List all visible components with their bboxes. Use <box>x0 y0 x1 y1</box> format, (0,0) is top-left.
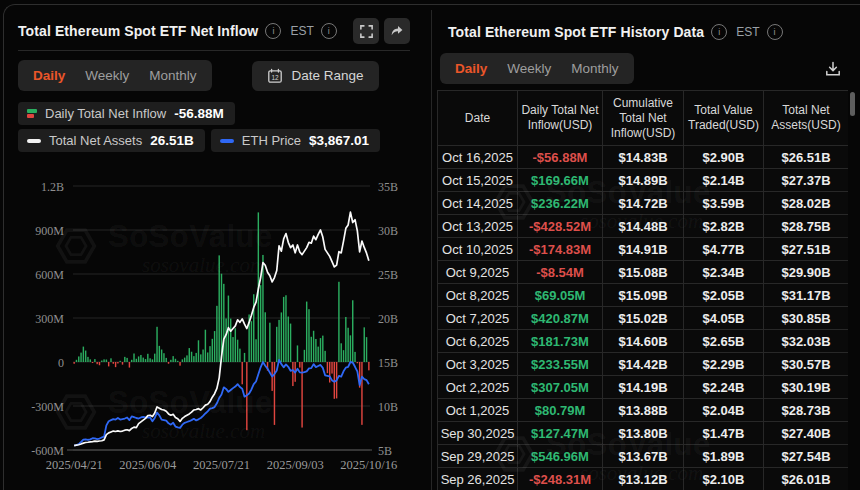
cell-net-assets: $28.02B <box>764 192 849 215</box>
table-row: Oct 13,2025-$428.52M$14.48B$2.82B$28.75B <box>438 215 849 238</box>
table-row: Oct 2,2025$307.05M$14.19B$2.24B$30.19B <box>438 376 849 399</box>
download-button[interactable] <box>824 60 842 78</box>
table-row: Oct 8,2025$69.05M$15.09B$2.05B$31.17B <box>438 284 849 307</box>
history-panel-header: Total Ethereum Spot ETF History Data i E… <box>437 12 856 46</box>
timezone-label: EST <box>736 25 759 39</box>
cell-date: Oct 2,2025 <box>438 376 518 399</box>
info-icon[interactable]: i <box>265 23 281 39</box>
inflow-value: -56.88M <box>174 106 224 121</box>
date-range-button[interactable]: 12 Date Range <box>252 61 379 91</box>
share-icon <box>389 23 405 39</box>
net-inflow-chart[interactable]: 1.2B35B900M30B600M25B300M20B015B-300M10B… <box>12 170 426 490</box>
cell-cumulative-inflow: $14.48B <box>603 215 684 238</box>
right-axis-tick: 20B <box>378 312 398 326</box>
tab-weekly[interactable]: Weekly <box>76 65 138 86</box>
right-axis-tick: 10B <box>378 400 398 414</box>
history-table-container[interactable]: Date Daily Total Net Inflow(USD) Cumulat… <box>437 90 848 490</box>
left-axis-tick: 0 <box>58 356 64 370</box>
left-axis-tick: -300M <box>31 400 64 414</box>
table-row: Oct 1,2025$80.79M$13.88B$2.04B$28.73B <box>438 399 849 422</box>
share-button[interactable] <box>384 18 410 44</box>
cell-cumulative-inflow: $14.83B <box>603 146 684 169</box>
table-scrollbar-thumb[interactable] <box>850 92 855 116</box>
left-axis-tick: 900M <box>35 224 64 238</box>
cell-cumulative-inflow: $13.12B <box>603 468 684 490</box>
cell-value-traded: $1.89B <box>684 445 764 468</box>
cell-daily-inflow: -$56.88M <box>518 146 603 169</box>
cell-net-assets: $29.90B <box>764 261 849 284</box>
col-date: Date <box>438 91 518 146</box>
panel-divider <box>431 10 432 490</box>
cell-cumulative-inflow: $15.02B <box>603 307 684 330</box>
cell-cumulative-inflow: $15.09B <box>603 284 684 307</box>
x-axis-tick: 2025/04/21 <box>46 458 103 472</box>
fullscreen-button[interactable] <box>353 18 379 44</box>
cell-value-traded: $4.05B <box>684 307 764 330</box>
table-header-row: Date Daily Total Net Inflow(USD) Cumulat… <box>438 91 849 146</box>
cell-value-traded: $2.14B <box>684 169 764 192</box>
cell-value-traded: $2.04B <box>684 399 764 422</box>
right-axis-tick: 35B <box>378 180 398 194</box>
cell-value-traded: $1.47B <box>684 422 764 445</box>
right-axis-tick: 5B <box>378 444 392 458</box>
page-title: Total Ethereum Spot ETF Net Inflow <box>18 23 258 39</box>
cell-daily-inflow: $69.05M <box>518 284 603 307</box>
cell-net-assets: $27.40B <box>764 422 849 445</box>
svg-text:12: 12 <box>271 74 279 81</box>
cell-daily-inflow: $546.96M <box>518 445 603 468</box>
col-daily-inflow: Daily Total Net Inflow(USD) <box>518 91 603 146</box>
cell-cumulative-inflow: $13.88B <box>603 399 684 422</box>
timezone-info-icon[interactable]: i <box>321 23 337 39</box>
cell-cumulative-inflow: $15.08B <box>603 261 684 284</box>
tab-daily[interactable]: Daily <box>24 65 74 86</box>
cell-daily-inflow: -$174.83M <box>518 238 603 261</box>
cell-value-traded: $2.90B <box>684 146 764 169</box>
cell-date: Oct 9,2025 <box>438 261 518 284</box>
cell-net-assets: $26.01B <box>764 468 849 490</box>
cell-cumulative-inflow: $14.42B <box>603 353 684 376</box>
cell-date: Oct 14,2025 <box>438 192 518 215</box>
cell-net-assets: $27.51B <box>764 238 849 261</box>
cell-date: Sep 29,2025 <box>438 445 518 468</box>
left-axis-tick: -600M <box>31 444 64 458</box>
calendar-icon: 12 <box>267 68 283 84</box>
cell-net-assets: $28.75B <box>764 215 849 238</box>
cell-daily-inflow: $80.79M <box>518 399 603 422</box>
tab-monthly[interactable]: Monthly <box>562 58 627 79</box>
tab-daily[interactable]: Daily <box>446 58 496 79</box>
cell-value-traded: $2.05B <box>684 284 764 307</box>
cell-cumulative-inflow: $13.80B <box>603 422 684 445</box>
info-icon[interactable]: i <box>711 24 727 40</box>
download-icon <box>824 60 842 78</box>
tab-monthly[interactable]: Monthly <box>140 65 205 86</box>
right-axis-tick: 25B <box>378 268 398 282</box>
col-cumulative-inflow: Cumulative Total Net Inflow(USD) <box>603 91 684 146</box>
cell-date: Oct 16,2025 <box>438 146 518 169</box>
tab-weekly[interactable]: Weekly <box>498 58 560 79</box>
x-axis-tick: 2025/06/04 <box>119 458 177 472</box>
legend-eth-price[interactable]: ETH Price $3,867.01 <box>211 129 380 152</box>
assets-line-swatch-icon <box>27 139 41 143</box>
table-row: Oct 16,2025-$56.88M$14.83B$2.90B$26.51B <box>438 146 849 169</box>
legend-daily-net-inflow[interactable]: Daily Total Net Inflow -56.88M <box>18 102 235 125</box>
history-table-body: Oct 16,2025-$56.88M$14.83B$2.90B$26.51BO… <box>438 146 849 490</box>
assets-value: 26.51B <box>150 133 194 148</box>
cell-cumulative-inflow: $14.89B <box>603 169 684 192</box>
table-row: Oct 9,2025-$8.54M$15.08B$2.34B$29.90B <box>438 261 849 284</box>
timezone-info-icon[interactable]: i <box>767 24 783 40</box>
chart-controls: Daily Weekly Monthly 12 Date Range <box>12 60 426 91</box>
cell-daily-inflow: $169.66M <box>518 169 603 192</box>
table-row: Oct 7,2025$420.87M$15.02B$4.05B$30.85B <box>438 307 849 330</box>
right-axis-tick: 15B <box>378 356 398 370</box>
table-controls: Daily Weekly Monthly <box>437 53 856 84</box>
cell-date: Oct 8,2025 <box>438 284 518 307</box>
cell-date: Oct 7,2025 <box>438 307 518 330</box>
cell-daily-inflow: $236.22M <box>518 192 603 215</box>
left-axis-tick: 1.2B <box>41 180 64 194</box>
cell-net-assets: $27.37B <box>764 169 849 192</box>
legend-total-net-assets[interactable]: Total Net Assets 26.51B <box>18 129 205 152</box>
history-data-panel: Total Ethereum Spot ETF History Data i E… <box>437 12 856 490</box>
net-inflow-chart-svg: 1.2B35B900M30B600M25B300M20B015B-300M10B… <box>12 170 426 482</box>
cell-net-assets: $26.51B <box>764 146 849 169</box>
cell-date: Sep 26,2025 <box>438 468 518 490</box>
